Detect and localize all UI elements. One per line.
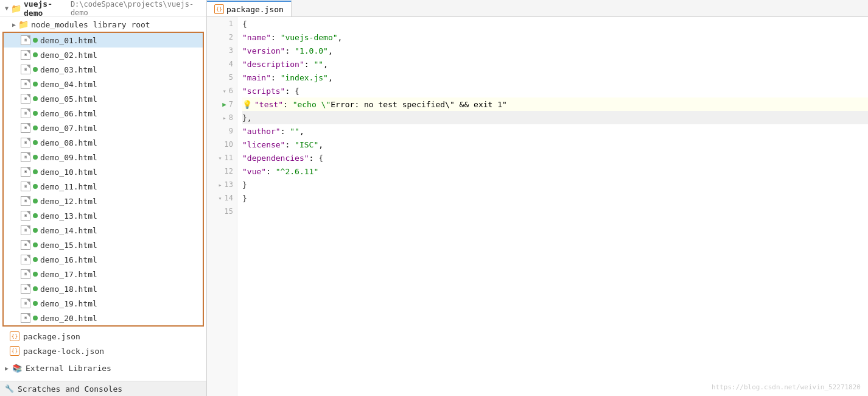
- html-file-item[interactable]: Hdemo_07.html: [4, 121, 203, 135]
- node-modules-folder-icon: 📁: [18, 19, 29, 29]
- file-name-label: demo_17.html: [40, 270, 97, 279]
- editor-tab-package-json[interactable]: {} package.json: [207, 1, 292, 16]
- html-file-item[interactable]: Hdemo_11.html: [4, 179, 203, 194]
- line-number-row: 3: [207, 44, 237, 57]
- html-file-item[interactable]: Hdemo_17.html: [4, 267, 203, 281]
- html-file-item[interactable]: Hdemo_18.html: [4, 281, 203, 296]
- html-file-item[interactable]: Hdemo_02.html: [4, 48, 203, 62]
- html-file-icon: H: [21, 65, 30, 74]
- line-number-row: 9: [207, 124, 237, 138]
- html-file-list: Hdemo_01.htmlHdemo_02.htmlHdemo_03.htmlH…: [4, 33, 203, 325]
- line-number: 7: [229, 100, 233, 108]
- line-number: 13: [225, 180, 233, 189]
- line-number: 2: [229, 33, 233, 41]
- project-name: vuejs-demo: [24, 0, 68, 18]
- html-file-item[interactable]: Hdemo_09.html: [4, 150, 203, 164]
- code-line: "author": "",: [242, 124, 868, 138]
- html-file-item[interactable]: Hdemo_01.html: [4, 33, 203, 48]
- fold-icon[interactable]: ▾: [219, 195, 222, 202]
- node-modules-arrow: ▶: [12, 21, 16, 28]
- html-file-item[interactable]: Hdemo_04.html: [4, 77, 203, 91]
- file-tree: ▶ 📁 node_modules library root Hdemo_01.h…: [0, 17, 206, 381]
- node-modules-item[interactable]: ▶ 📁 node_modules library root: [0, 17, 206, 32]
- project-folder-icon: 📁: [11, 4, 21, 13]
- line-number-row: ▶7: [207, 97, 237, 111]
- html-file-item[interactable]: Hdemo_03.html: [4, 62, 203, 77]
- file-status-dot: [33, 67, 38, 72]
- code-line: "dependencies": {: [242, 151, 868, 164]
- package-json-icon: {}: [10, 331, 19, 341]
- html-file-item[interactable]: Hdemo_15.html: [4, 238, 203, 252]
- code-line: }: [242, 178, 868, 191]
- sidebar: ▼ 📁 vuejs-demo D:\codeSpace\projects\vue…: [0, 0, 207, 396]
- fold-icon[interactable]: ▾: [219, 155, 222, 161]
- code-line: },: [242, 111, 868, 124]
- scratches-consoles-label: Scratches and Consoles: [18, 384, 122, 394]
- html-file-icon: H: [21, 182, 30, 191]
- file-status-dot: [33, 169, 38, 174]
- sidebar-bottom: 🔧 Scratches and Consoles: [0, 381, 206, 396]
- package-lock-json-item[interactable]: {} package-lock.json: [0, 344, 206, 358]
- fold-icon[interactable]: ▸: [219, 182, 222, 188]
- run-icon[interactable]: ▶: [222, 101, 226, 108]
- file-status-dot: [33, 52, 38, 57]
- fold-icon[interactable]: ▾: [223, 88, 226, 94]
- code-line: "scripts": {: [242, 84, 868, 97]
- file-name-label: demo_18.html: [40, 285, 97, 294]
- html-file-icon: H: [21, 167, 30, 177]
- html-file-item[interactable]: Hdemo_05.html: [4, 91, 203, 106]
- html-file-item[interactable]: Hdemo_06.html: [4, 106, 203, 121]
- html-file-icon: H: [21, 108, 30, 118]
- code-line: "vue": "^2.6.11": [242, 164, 868, 178]
- file-status-dot: [33, 96, 38, 101]
- html-file-icon: H: [21, 138, 30, 147]
- code-area[interactable]: { "name": "vuejs-demo", "version": "1.0.…: [237, 17, 868, 396]
- line-number: 12: [225, 167, 233, 175]
- node-modules-label: node_modules library root: [31, 20, 150, 29]
- line-number: 1: [229, 19, 233, 28]
- html-file-item[interactable]: Hdemo_14.html: [4, 223, 203, 238]
- file-name-label: demo_07.html: [40, 124, 97, 133]
- scratches-consoles-item[interactable]: 🔧 Scratches and Consoles: [0, 381, 206, 396]
- html-file-icon: H: [21, 152, 30, 162]
- external-libraries-item[interactable]: ▶ 📚 External Libraries: [0, 361, 206, 375]
- package-json-label: package.json: [23, 332, 80, 341]
- html-files-group: Hdemo_01.htmlHdemo_02.htmlHdemo_03.htmlH…: [2, 32, 204, 327]
- line-number-row: 4: [207, 57, 237, 71]
- file-status-dot: [33, 111, 38, 116]
- html-file-item[interactable]: Hdemo_12.html: [4, 194, 203, 208]
- editor-tab-bar: {} package.json: [207, 0, 868, 17]
- file-status-dot: [33, 242, 38, 247]
- html-file-item[interactable]: Hdemo_19.html: [4, 296, 203, 311]
- project-arrow[interactable]: ▼: [5, 5, 9, 12]
- file-name-label: demo_08.html: [40, 138, 97, 147]
- file-status-dot: [33, 286, 38, 291]
- project-path: D:\codeSpace\projects\vuejs-demo: [71, 0, 201, 17]
- html-file-item[interactable]: Hdemo_13.html: [4, 208, 203, 223]
- line-number-row: 5: [207, 71, 237, 84]
- file-status-dot: [33, 199, 38, 203]
- html-file-item[interactable]: Hdemo_20.html: [4, 311, 203, 325]
- html-file-item[interactable]: Hdemo_08.html: [4, 135, 203, 150]
- code-line: "license": "ISC",: [242, 138, 868, 151]
- html-file-item[interactable]: Hdemo_10.html: [4, 164, 203, 179]
- line-number: 10: [225, 140, 233, 149]
- file-status-dot: [33, 228, 38, 233]
- package-json-item[interactable]: {} package.json: [0, 329, 206, 344]
- file-name-label: demo_03.html: [40, 65, 97, 74]
- line-number-row: ▾14: [207, 191, 237, 205]
- file-name-label: demo_10.html: [40, 168, 97, 177]
- line-number: 14: [225, 194, 233, 202]
- line-number: 11: [225, 154, 233, 162]
- html-file-item[interactable]: Hdemo_16.html: [4, 252, 203, 267]
- line-number-row: ▸8: [207, 111, 237, 124]
- project-header[interactable]: ▼ 📁 vuejs-demo D:\codeSpace\projects\vue…: [0, 0, 206, 17]
- code-line: "name": "vuejs-demo",: [242, 30, 868, 44]
- file-status-dot: [33, 272, 38, 277]
- html-file-icon: H: [21, 313, 30, 323]
- fold-icon[interactable]: ▸: [223, 115, 226, 121]
- file-name-label: demo_15.html: [40, 241, 97, 250]
- file-name-label: demo_06.html: [40, 109, 97, 118]
- line-number-row: ▸13: [207, 178, 237, 191]
- ext-libraries-label: External Libraries: [26, 364, 111, 373]
